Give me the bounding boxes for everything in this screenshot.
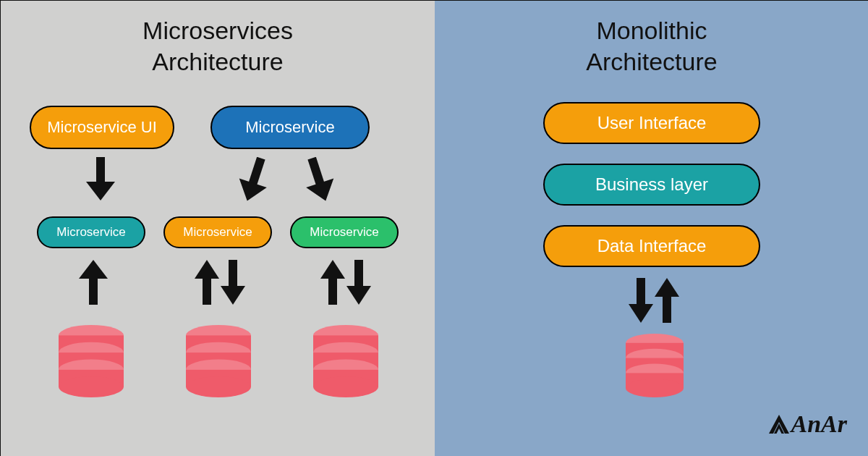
node-microservice-top: Microservice	[210, 106, 370, 149]
node-microservice-top-label: Microservice	[245, 118, 334, 137]
layer-data-interface-label: Data Interface	[597, 236, 707, 256]
brand-logo-mark-icon	[767, 413, 791, 435]
arrow-up-icon	[79, 260, 108, 305]
svg-marker-11	[221, 286, 245, 305]
layer-data-interface: Data Interface	[543, 225, 760, 267]
arrow-bidir-icon	[320, 260, 371, 305]
title-monolithic: Monolithic Architecture	[435, 15, 868, 77]
svg-point-22	[59, 376, 124, 397]
title-microservices: Microservices Architecture	[1, 15, 435, 77]
svg-point-29	[186, 376, 251, 397]
panel-microservices: Microservices Architecture Microservice …	[1, 1, 435, 456]
svg-marker-38	[629, 304, 653, 323]
arrow-bidir-icon	[629, 278, 679, 323]
node-microservice-ui: Microservice UI	[30, 106, 174, 149]
layer-user-interface-label: User Interface	[597, 113, 707, 133]
node-microservice-ui-label: Microservice UI	[47, 118, 157, 137]
database-icon	[59, 325, 124, 397]
arrow-bidir-icon	[195, 260, 245, 305]
svg-rect-10	[229, 260, 237, 289]
brand-logo-text: AnAr	[791, 410, 848, 437]
panel-monolithic: Monolithic Architecture User Interface B…	[435, 1, 868, 456]
arrow-down-icon	[86, 157, 115, 200]
node-microservice-teal: Microservice	[37, 216, 145, 248]
node-microservice-orange: Microservice	[163, 216, 272, 248]
svg-rect-13	[328, 276, 337, 305]
arrow-down-left-icon	[236, 157, 272, 204]
database-icon	[313, 325, 378, 397]
database-icon	[186, 325, 251, 397]
svg-point-36	[313, 376, 378, 397]
database-icon	[626, 334, 684, 397]
diagram-canvas: Microservices Architecture Microservice …	[0, 0, 868, 456]
layer-business: Business layer	[543, 164, 760, 206]
svg-rect-37	[637, 278, 645, 307]
brand-logo: AnAr	[767, 410, 848, 438]
svg-point-47	[626, 379, 684, 397]
svg-marker-15	[346, 286, 371, 305]
title-monolithic-text: Monolithic Architecture	[586, 17, 717, 75]
node-microservice-teal-label: Microservice	[56, 225, 125, 240]
layer-business-label: Business layer	[595, 174, 708, 195]
svg-marker-1	[86, 182, 115, 200]
svg-rect-7	[89, 276, 98, 305]
arrow-down-right-icon	[301, 157, 337, 204]
layer-user-interface: User Interface	[543, 102, 760, 144]
node-microservice-green-label: Microservice	[310, 225, 378, 240]
svg-rect-0	[96, 157, 105, 185]
title-microservices-text: Microservices Architecture	[142, 17, 293, 75]
svg-rect-14	[354, 260, 363, 289]
svg-rect-9	[203, 276, 211, 305]
svg-rect-40	[663, 294, 671, 323]
node-microservice-orange-label: Microservice	[183, 225, 252, 240]
node-microservice-green: Microservice	[290, 216, 399, 248]
